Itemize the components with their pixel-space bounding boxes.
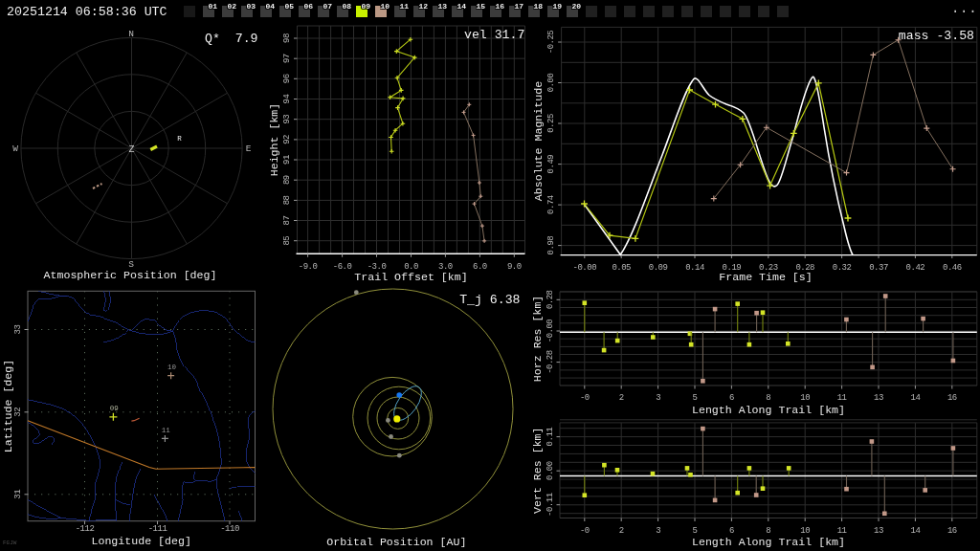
svg-text:0.74: 0.74 bbox=[546, 195, 556, 214]
svg-text:-9.0: -9.0 bbox=[299, 262, 318, 272]
svg-text:FGJW: FGJW bbox=[3, 540, 17, 546]
svg-text:6: 6 bbox=[729, 526, 734, 536]
svg-text:2: 2 bbox=[619, 393, 624, 403]
svg-text:10: 10 bbox=[167, 364, 177, 371]
svg-text:-111: -111 bbox=[148, 524, 167, 534]
svg-text:-112: -112 bbox=[76, 524, 95, 534]
svg-text:2: 2 bbox=[619, 526, 624, 536]
svg-text:14: 14 bbox=[910, 393, 920, 403]
svg-text:10: 10 bbox=[800, 393, 810, 403]
svg-text:3.0: 3.0 bbox=[438, 262, 453, 272]
svg-text:Q* 7.9: Q* 7.9 bbox=[205, 32, 257, 46]
svg-text:-110: -110 bbox=[220, 524, 239, 534]
svg-text:6: 6 bbox=[729, 393, 734, 403]
svg-text:E: E bbox=[246, 143, 252, 154]
svg-text:6.0: 6.0 bbox=[473, 262, 487, 272]
svg-text:R: R bbox=[177, 135, 182, 143]
svg-text:Height [km]: Height [km] bbox=[268, 103, 280, 177]
svg-text:-0: -0 bbox=[580, 526, 590, 536]
svg-text:0.37: 0.37 bbox=[869, 263, 888, 273]
svg-text:Trail Offset [km]: Trail Offset [km] bbox=[354, 271, 467, 283]
svg-text:31: 31 bbox=[13, 490, 23, 499]
svg-text:0.09: 0.09 bbox=[649, 263, 668, 273]
svg-text:0.14: 0.14 bbox=[685, 263, 704, 273]
svg-text:-0.28: -0.28 bbox=[546, 350, 555, 374]
svg-text:0.25: 0.25 bbox=[546, 114, 556, 133]
svg-text:98: 98 bbox=[282, 33, 292, 43]
svg-text:97: 97 bbox=[282, 54, 292, 63]
svg-text:89: 89 bbox=[282, 175, 292, 185]
svg-text:0.05: 0.05 bbox=[612, 263, 631, 273]
svg-text:0.0: 0.0 bbox=[404, 262, 418, 272]
svg-text:3: 3 bbox=[656, 393, 660, 403]
svg-text:mass -3.58: mass -3.58 bbox=[899, 29, 974, 43]
svg-text:32: 32 bbox=[13, 408, 23, 417]
svg-text:10: 10 bbox=[800, 526, 810, 536]
svg-text:-0: -0 bbox=[580, 393, 590, 403]
svg-text:88: 88 bbox=[282, 195, 292, 205]
svg-text:5: 5 bbox=[693, 526, 698, 536]
svg-text:Longitude [deg]: Longitude [deg] bbox=[92, 535, 191, 547]
svg-text:-0.00: -0.00 bbox=[546, 320, 555, 343]
svg-text:93: 93 bbox=[282, 115, 292, 124]
svg-text:11: 11 bbox=[162, 427, 171, 434]
svg-text:87: 87 bbox=[282, 216, 292, 226]
svg-text:11: 11 bbox=[837, 526, 847, 536]
svg-text:16: 16 bbox=[947, 393, 957, 403]
svg-text:92: 92 bbox=[282, 135, 292, 144]
svg-text:0.98: 0.98 bbox=[546, 236, 556, 255]
svg-text:94: 94 bbox=[282, 95, 292, 104]
svg-text:vel 31.7: vel 31.7 bbox=[464, 28, 524, 42]
svg-text:11: 11 bbox=[837, 393, 847, 403]
svg-text:Length Along Trail [km]: Length Along Trail [km] bbox=[692, 404, 845, 416]
svg-text:0.00: 0.00 bbox=[546, 74, 556, 93]
svg-text:-0.00: -0.00 bbox=[573, 263, 597, 273]
svg-text:N: N bbox=[128, 29, 134, 39]
svg-text:-6.0: -6.0 bbox=[333, 262, 352, 272]
svg-text:91: 91 bbox=[282, 155, 292, 165]
svg-text:0.46: 0.46 bbox=[943, 263, 962, 273]
svg-text:0.49: 0.49 bbox=[546, 155, 556, 174]
svg-text:Horz Res [km]: Horz Res [km] bbox=[532, 296, 545, 382]
svg-text:Vert Res [km]: Vert Res [km] bbox=[532, 427, 545, 513]
svg-text:96: 96 bbox=[282, 74, 292, 83]
svg-text:0.11: 0.11 bbox=[546, 428, 555, 447]
svg-text:Z: Z bbox=[128, 144, 134, 155]
svg-text:Frame Time [s]: Frame Time [s] bbox=[719, 271, 812, 283]
svg-text:-3.0: -3.0 bbox=[368, 262, 387, 272]
svg-text:16: 16 bbox=[947, 526, 957, 536]
svg-text:14: 14 bbox=[910, 526, 920, 536]
svg-text:5: 5 bbox=[693, 393, 698, 403]
svg-text:Atmospheric Position [deg]: Atmospheric Position [deg] bbox=[44, 269, 217, 281]
svg-text:0.28: 0.28 bbox=[546, 290, 555, 309]
svg-text:13: 13 bbox=[874, 393, 883, 403]
svg-text:0.32: 0.32 bbox=[833, 263, 852, 273]
svg-text:9.0: 9.0 bbox=[507, 262, 522, 272]
svg-text:09: 09 bbox=[110, 405, 119, 412]
svg-text:Absolute Magnitude: Absolute Magnitude bbox=[532, 81, 545, 201]
svg-text:8: 8 bbox=[766, 526, 770, 536]
svg-text:-0.11: -0.11 bbox=[546, 493, 555, 517]
svg-text:0.00: 0.00 bbox=[546, 461, 555, 480]
svg-text:Orbital Position [AU]: Orbital Position [AU] bbox=[326, 536, 466, 548]
svg-text:13: 13 bbox=[874, 526, 883, 536]
svg-text:W: W bbox=[12, 143, 18, 154]
svg-text:Length Along Trail [km]: Length Along Trail [km] bbox=[692, 536, 845, 548]
svg-text:3: 3 bbox=[656, 526, 660, 536]
svg-text:85: 85 bbox=[282, 236, 292, 246]
svg-text:33: 33 bbox=[13, 325, 23, 335]
svg-text:Latitude [deg]: Latitude [deg] bbox=[2, 360, 14, 452]
svg-text:-0.25: -0.25 bbox=[546, 31, 556, 55]
svg-text:T_j 6.38: T_j 6.38 bbox=[459, 293, 520, 307]
svg-text:8: 8 bbox=[766, 393, 770, 403]
svg-text:0.42: 0.42 bbox=[906, 263, 925, 273]
